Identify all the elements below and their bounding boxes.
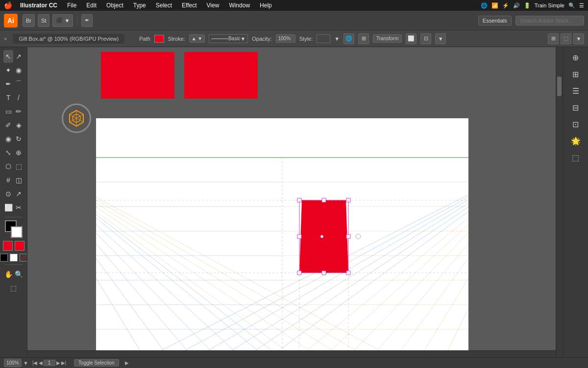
view-menu[interactable]: View	[205, 2, 221, 9]
pencil-tool[interactable]: ✐	[3, 119, 13, 131]
selection-tool[interactable]: ↖	[3, 50, 13, 63]
hand-tool[interactable]: ✋	[3, 268, 13, 281]
lasso-tool[interactable]: ◉	[14, 64, 24, 77]
right-panel-btn-7[interactable]: ⬚	[566, 150, 585, 165]
right-panel-btn-2[interactable]: ⊞	[566, 67, 585, 81]
right-panel-btn-1[interactable]: ⊕	[566, 50, 585, 65]
rectangle-tool[interactable]: ▭	[3, 105, 13, 118]
effect-menu[interactable]: Effect	[180, 2, 198, 9]
align-right-icon-btn[interactable]: ⊡	[420, 33, 431, 44]
pen-tool-btn[interactable]: ✒	[81, 14, 93, 27]
menubar-right: 🌐 📶 ⚡ 🔊 🔋 Train Simple 🔍 ☰	[481, 2, 584, 9]
object-menu[interactable]: Object	[104, 2, 125, 9]
last-page-btn[interactable]: ▶|	[61, 360, 67, 366]
context-menu-tool[interactable]: ⬚	[3, 282, 24, 294]
chevron-down-panel-icon[interactable]: ▼	[573, 33, 584, 44]
document-tab[interactable]: Gift Box.ai* @ 100% (RGB/GPU Preview)	[13, 34, 124, 44]
pen-tool[interactable]: ✒	[3, 78, 13, 90]
active-stroke-swatch[interactable]	[15, 241, 24, 251]
svg-line-23	[370, 158, 468, 350]
zoom-tool[interactable]: 🔍	[14, 268, 24, 281]
live-paint-tool[interactable]: ⬡	[3, 160, 13, 173]
artboard-tool[interactable]: ⬜	[3, 201, 13, 214]
arrange-icon-btn[interactable]: ▼	[435, 33, 446, 44]
transform-icon-btn[interactable]: ⊞	[358, 33, 369, 44]
perspective-canvas[interactable]	[96, 118, 468, 350]
opacity-input[interactable]	[276, 34, 295, 43]
essentials-button[interactable]: Essentials	[478, 16, 512, 26]
horizontal-scrollbar[interactable]	[27, 350, 556, 357]
scale-tool[interactable]: ⤡	[3, 146, 13, 159]
battery-icon: 🔋	[524, 2, 531, 9]
select-menu[interactable]: Select	[154, 2, 174, 9]
style-dropdown-arrow: ▼	[334, 36, 340, 42]
right-panel-btn-3[interactable]: ☰	[566, 83, 585, 98]
first-page-btn[interactable]: |◀	[32, 360, 38, 366]
zoom-input[interactable]	[4, 359, 22, 367]
perspective-grid-tool[interactable]: ⬚	[14, 160, 24, 173]
rotate-tool[interactable]: ↻	[14, 132, 24, 145]
shaper-tool[interactable]: ◈	[14, 119, 24, 131]
fill-color-swatch[interactable]	[154, 35, 164, 43]
global-search-icon[interactable]: 🔍	[568, 2, 575, 9]
panel-toggle-btn[interactable]: ⬚	[561, 33, 571, 44]
globe-icon-btn[interactable]: 🌐	[343, 33, 354, 44]
svg-line-31	[96, 158, 395, 350]
close-tab-button[interactable]: ×	[4, 36, 7, 42]
type-menu[interactable]: Type	[131, 2, 148, 9]
direct-selection-tool[interactable]: ↗	[14, 50, 24, 63]
gradient-tool[interactable]: ◫	[14, 174, 24, 186]
line-segment-tool[interactable]: /	[14, 91, 24, 104]
svg-line-27	[96, 158, 297, 350]
edit-menu[interactable]: Edit	[84, 2, 98, 9]
zoom-dropdown-arrow[interactable]: ▼	[23, 360, 28, 366]
mesh-tool[interactable]: #	[3, 174, 13, 186]
stroke-dropdown[interactable]: ▲ ▼	[189, 34, 205, 43]
fill-bar-line	[211, 38, 228, 39]
scroll-thumb-vertical[interactable]	[557, 77, 562, 96]
eyedropper-tool[interactable]: ⊙	[3, 187, 13, 200]
transform-button[interactable]: Transform	[373, 34, 402, 43]
right-panel-btn-6[interactable]: 🌟	[566, 133, 585, 148]
background-color[interactable]	[11, 226, 23, 238]
align-left-icon-btn[interactable]: ⬜	[406, 33, 416, 44]
eyedropper-graph-tools: ⊙ ↗	[3, 187, 24, 200]
path-label: Path	[139, 36, 150, 42]
slice-tool[interactable]: ✂	[14, 201, 24, 214]
apple-menu[interactable]: 🍎	[4, 1, 12, 9]
file-menu[interactable]: File	[65, 2, 78, 9]
grid-view-btn[interactable]: ⊞	[548, 33, 559, 44]
right-panel-btn-4[interactable]: ⊟	[566, 100, 585, 115]
style-box[interactable]	[317, 34, 330, 43]
window-menu[interactable]: Window	[227, 2, 252, 9]
no-color-swatch[interactable]	[20, 254, 27, 262]
prev-page-btn[interactable]: ◀	[39, 360, 43, 366]
toggle-selection-button[interactable]: Toggle Selection	[74, 359, 119, 367]
shape-builder-tool[interactable]: ⊕	[14, 146, 24, 159]
fill-style-bar[interactable]: Basic ▼	[209, 34, 248, 43]
active-fill-swatch[interactable]	[3, 241, 13, 251]
help-menu[interactable]: Help	[258, 2, 274, 9]
color-white-swatch[interactable]	[10, 254, 18, 262]
svg-line-12	[96, 158, 268, 350]
graph-tool[interactable]: ↗	[14, 187, 24, 200]
eraser-tool[interactable]: ◉	[3, 132, 13, 145]
curvature-tool[interactable]: ⌒	[14, 78, 24, 90]
livepaint-persp-tools: ⬡ ⬚	[3, 160, 24, 173]
right-panel-btn-5[interactable]: ⊡	[566, 117, 585, 131]
br-button[interactable]: Br	[23, 14, 35, 27]
stock-search-input[interactable]	[515, 16, 584, 26]
color-black-swatch[interactable]	[0, 254, 8, 262]
view-dropdown[interactable]: ⬛ ▼	[52, 14, 73, 27]
hamburger-menu-icon[interactable]: ☰	[579, 2, 584, 9]
page-number-input[interactable]	[44, 360, 55, 366]
st-button[interactable]: St	[38, 14, 49, 27]
canvas-area	[27, 47, 563, 357]
type-tool[interactable]: T	[3, 91, 13, 104]
color-swap-row	[3, 241, 24, 251]
paintbrush-tool[interactable]: ✏	[14, 105, 24, 118]
next-page-btn[interactable]: ▶	[56, 360, 60, 366]
vertical-scrollbar[interactable]	[556, 47, 563, 357]
svg-line-28	[96, 158, 321, 350]
magic-wand-tool[interactable]: ✦	[3, 64, 13, 77]
